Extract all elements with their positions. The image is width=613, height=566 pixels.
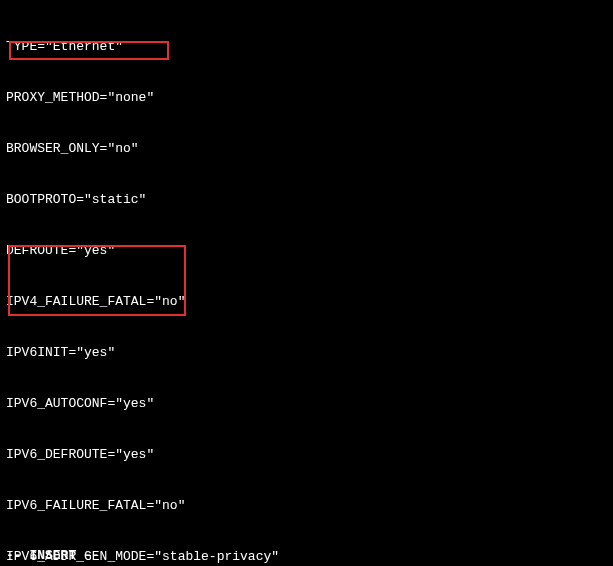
vim-mode-status: -- INSERT -- (6, 547, 100, 564)
config-line: BOOTPROTO="static" (6, 191, 607, 208)
config-line: IPV6INIT="yes" (6, 344, 607, 361)
config-line: TYPE="Ethernet" (6, 38, 607, 55)
config-line: IPV6_DEFROUTE="yes" (6, 446, 607, 463)
config-line: PROXY_METHOD="none" (6, 89, 607, 106)
config-line: IPV4_FAILURE_FATAL="no" (6, 293, 607, 310)
config-line: DEFROUTE="yes" (6, 242, 607, 259)
config-line: IPV6_FAILURE_FATAL="no" (6, 497, 607, 514)
config-line: IPV6_AUTOCONF="yes" (6, 395, 607, 412)
config-line: BROWSER_ONLY="no" (6, 140, 607, 157)
editor-area[interactable]: TYPE="Ethernet" PROXY_METHOD="none" BROW… (6, 4, 607, 566)
